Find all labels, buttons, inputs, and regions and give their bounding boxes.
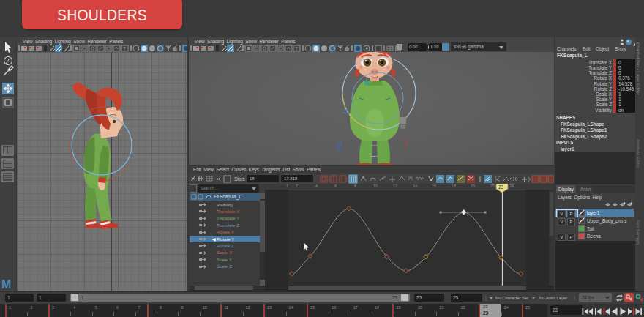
svg-text:M: M <box>1 278 11 291</box>
svg-text:T: T <box>123 46 127 51</box>
svg-text:23: 23 <box>498 184 504 190</box>
svg-text:18: 18 <box>250 176 255 181</box>
svg-text:17.818: 17.818 <box>284 176 298 181</box>
svg-text:T: T <box>295 46 299 51</box>
svg-text:Stats: Stats <box>234 176 246 182</box>
